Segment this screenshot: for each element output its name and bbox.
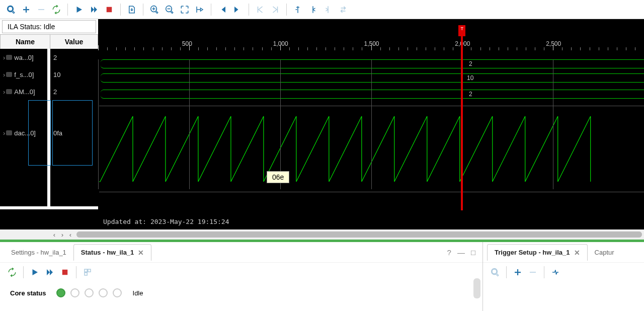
zoom-in-button[interactable]	[147, 3, 162, 17]
zoom-fit-icon	[180, 5, 189, 14]
ruler-label: 500	[182, 40, 192, 47]
wave-hscroll-left-icon[interactable]: ‹	[66, 231, 74, 239]
next-marker-icon	[324, 5, 333, 14]
signal-lane-0[interactable]: 2	[101, 59, 644, 68]
refresh-icon	[52, 5, 61, 14]
signal-lane-2[interactable]: 2	[101, 90, 644, 99]
go-end-button[interactable]	[230, 3, 245, 17]
hscroll-right-icon[interactable]: ›	[58, 231, 66, 239]
header-value[interactable]: Value	[50, 34, 98, 49]
header-name[interactable]: Name	[0, 34, 50, 49]
expand-icon[interactable]: ›	[3, 54, 5, 61]
fast-forward-button[interactable]	[87, 3, 101, 17]
tab-status-hw-ila-1[interactable]: Status - hw_ila_1✕	[73, 244, 151, 261]
signal-name-row[interactable]: ›AM...0]	[0, 83, 47, 100]
vscroll-thumb[interactable]	[473, 278, 480, 298]
hscroll-track[interactable]	[76, 231, 642, 238]
core-status-led-1	[70, 288, 79, 297]
signal-headers: Name Value	[0, 34, 98, 49]
main-toolbar	[0, 0, 644, 19]
analog-wave-lane[interactable]	[99, 106, 644, 192]
fast-forward-icon	[90, 5, 99, 14]
refresh-button[interactable]	[5, 265, 19, 279]
add-button[interactable]	[19, 3, 33, 17]
signal-value: 2	[53, 54, 57, 61]
signal-value-row[interactable]: 2	[50, 49, 98, 66]
signal-value: 10	[53, 71, 60, 79]
tab-settings-hw-ila-1[interactable]: Settings - hw_ila_1	[4, 245, 73, 260]
hscroll-thumb[interactable]	[76, 231, 642, 238]
prev-marker-icon	[308, 5, 317, 14]
tab-label: Captur	[595, 249, 614, 256]
grid-line	[371, 59, 372, 189]
expand-icon[interactable]: ›	[3, 129, 5, 137]
refresh-button[interactable]	[49, 3, 63, 17]
maximize-icon[interactable]: □	[471, 248, 475, 257]
add-button[interactable]	[511, 265, 525, 279]
trigger-config-button[interactable]	[548, 265, 562, 279]
time-ruler[interactable]: 05001,0001,5002,0002,500	[98, 41, 644, 51]
signal-type-icon	[6, 130, 12, 135]
zoom-in-icon	[150, 5, 159, 14]
signal-value: 2	[53, 88, 57, 96]
search-button[interactable]	[4, 3, 18, 17]
add-marker-button[interactable]	[291, 3, 305, 17]
fast-forward-icon	[45, 268, 54, 277]
prev-marker-button[interactable]	[306, 3, 320, 17]
signal-name-row[interactable]: ›wa...0]	[0, 49, 47, 66]
zoom-out-button[interactable]	[163, 3, 177, 17]
signal-name-row[interactable]: ›f_s...0]	[0, 66, 47, 83]
remove-button	[34, 3, 48, 17]
signal-name-row[interactable]: ›dac...0]	[0, 100, 47, 166]
goto-cursor-button[interactable]	[193, 3, 207, 17]
search-icon	[7, 5, 16, 14]
grid-line	[189, 59, 190, 189]
signal-value-row[interactable]: 2	[50, 83, 98, 100]
expand-icon[interactable]: ›	[3, 71, 5, 79]
signal-name: f_s...0]	[14, 71, 34, 79]
remove-button	[526, 265, 540, 279]
separator	[120, 4, 121, 16]
ila-status-label: ILA Status:	[8, 23, 42, 31]
minimize-icon[interactable]: —	[457, 248, 465, 257]
trigger-cursor-line[interactable]	[461, 35, 463, 210]
trigger-config-icon	[551, 268, 560, 277]
play-button[interactable]	[28, 265, 42, 279]
next-marker-button	[321, 3, 335, 17]
signal-rows-footer	[0, 209, 98, 229]
hscroll-left-icon[interactable]: ‹	[50, 231, 58, 239]
hscroll[interactable]: ‹ › ‹	[0, 229, 644, 240]
status-toolbar	[0, 262, 482, 281]
left-tab-row: Settings - hw_ila_1Status - hw_ila_1✕ ? …	[0, 242, 482, 262]
signal-value-row[interactable]: 10	[50, 66, 98, 83]
zoom-fit-button[interactable]	[178, 3, 192, 17]
signal-type-icon	[6, 89, 12, 94]
signal-name: wa...0]	[14, 54, 33, 61]
core-status-text: Idle	[133, 289, 143, 297]
grid-line	[280, 59, 281, 189]
close-icon[interactable]: ✕	[574, 249, 580, 257]
trigger-panel: Trigger Setup - hw_ila_1✕Captur	[483, 242, 644, 311]
stop-button[interactable]	[102, 3, 116, 17]
go-start-button[interactable]	[215, 3, 229, 17]
stop-icon	[60, 268, 69, 277]
help-icon[interactable]: ?	[447, 248, 451, 257]
export-button[interactable]	[125, 3, 139, 17]
stop-button[interactable]	[58, 265, 72, 279]
tab-trigger-setup-hw-ila-1[interactable]: Trigger Setup - hw_ila_1✕	[487, 244, 588, 261]
signal-value-row[interactable]: 0fa	[50, 100, 98, 166]
trigger-marker[interactable]: T	[458, 25, 465, 36]
waveform-panel[interactable]: 05001,0001,5002,0002,500 2 10 2 T 06e Up…	[98, 19, 644, 229]
fast-forward-button[interactable]	[43, 265, 57, 279]
close-icon[interactable]: ✕	[138, 249, 144, 257]
stop-icon	[105, 5, 114, 14]
signal-rows: ›wa...0]›f_s...0]›AM...0]›dac...0] 21020…	[0, 49, 98, 206]
signal-type-icon	[6, 72, 12, 77]
add-icon	[513, 268, 522, 277]
goto-cursor-icon	[195, 5, 204, 14]
expand-icon[interactable]: ›	[3, 88, 5, 96]
signal-type-icon	[6, 55, 12, 60]
tab-captur[interactable]: Captur	[588, 245, 621, 260]
play-button[interactable]	[72, 3, 86, 17]
signal-lane-1[interactable]: 10	[101, 73, 644, 83]
